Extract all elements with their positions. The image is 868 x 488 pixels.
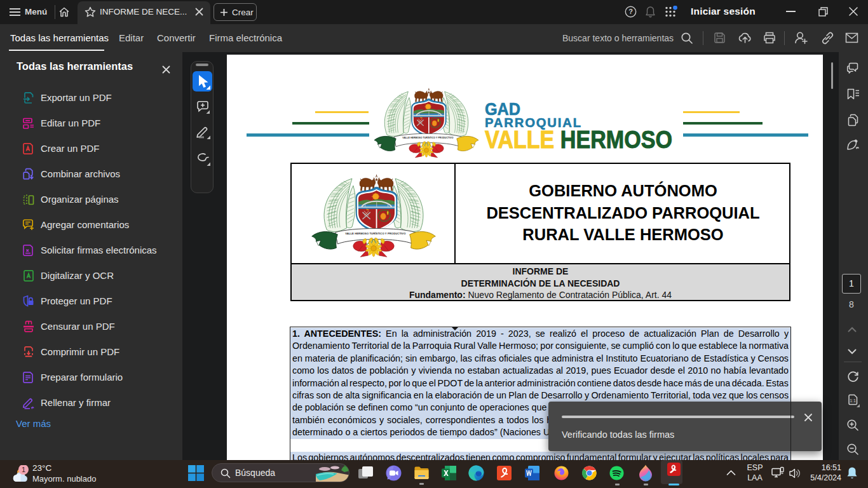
svg-text:1:1: 1:1 — [850, 398, 856, 403]
svg-text:1: 1 — [22, 466, 25, 473]
svg-text:?: ? — [628, 8, 633, 15]
